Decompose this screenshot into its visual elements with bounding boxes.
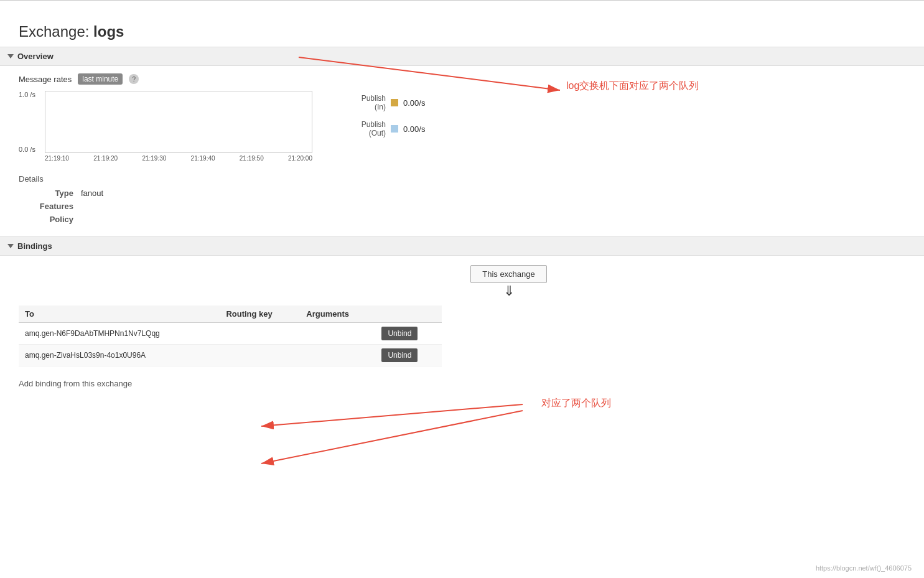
routing-key-cell	[220, 323, 300, 345]
publish-stats: Publish(In) 0.00/s Publish(Out) 0.00/s	[336, 94, 425, 138]
bindings-section-header: Bindings	[0, 236, 924, 256]
down-arrow-symbol: ⇓	[503, 283, 515, 299]
footer-url: https://blogcn.net/wf()_4606075	[816, 564, 912, 572]
page-title: Exchange: logs	[0, 12, 924, 47]
publish-out-value: 0.00/s	[403, 124, 425, 134]
annotation-bottom: 对应了两个队列	[541, 397, 611, 410]
chart-wrapper: 1.0 /s 0.0 /s 21:19:10 21:19:20 21:19:30…	[19, 91, 311, 162]
type-row: Type fanout	[25, 189, 905, 198]
last-minute-badge[interactable]: last minute	[78, 73, 123, 85]
message-rates-row: Message rates last minute ?	[19, 73, 905, 85]
chart-y-labels: 1.0 /s 0.0 /s	[19, 91, 35, 153]
details-table: Type fanout Features Policy	[25, 189, 905, 224]
policy-row: Policy	[25, 215, 905, 224]
col-routing-key: Routing key	[220, 305, 300, 323]
help-icon[interactable]: ?	[129, 74, 139, 84]
binding-to-cell: amq.gen-N6F9DaAbTMHPNn1Nv7LQqg	[19, 323, 220, 345]
chart-x-labels: 21:19:10 21:19:20 21:19:30 21:19:40 21:1…	[45, 155, 312, 162]
unbind-button[interactable]: Unbind	[381, 327, 418, 340]
annotation-top: log交换机下面对应了两个队列	[566, 80, 699, 93]
bindings-section: Bindings This exchange ⇓ To Routing key …	[0, 236, 924, 388]
unbind-button[interactable]: Unbind	[381, 348, 418, 362]
publish-out-color	[391, 125, 398, 133]
table-row: amq.gen-N6F9DaAbTMHPNn1Nv7LQqgUnbind	[19, 323, 442, 345]
col-to: To	[19, 305, 220, 323]
routing-key-cell	[220, 345, 300, 366]
bindings-table-header-row: To Routing key Arguments	[19, 305, 442, 323]
publish-out-row: Publish(Out) 0.00/s	[336, 120, 425, 138]
chart-box	[45, 91, 312, 153]
unbind-cell: Unbind	[375, 345, 442, 366]
arguments-cell	[300, 323, 375, 345]
bindings-table: To Routing key Arguments amq.gen-N6F9DaA…	[19, 305, 442, 366]
details-section: Details Type fanout Features Policy	[19, 174, 905, 224]
bindings-collapse-icon[interactable]	[7, 244, 14, 248]
arguments-cell	[300, 345, 375, 366]
chart-area: 1.0 /s 0.0 /s 21:19:10 21:19:20 21:19:30…	[19, 91, 905, 162]
publish-in-value: 0.00/s	[403, 98, 425, 108]
this-exchange-button[interactable]: This exchange	[470, 265, 547, 283]
col-actions	[375, 305, 442, 323]
publish-in-row: Publish(In) 0.00/s	[336, 94, 425, 111]
svg-line-3	[261, 404, 523, 426]
svg-line-4	[261, 411, 523, 464]
col-arguments: Arguments	[300, 305, 375, 323]
add-binding-link[interactable]: Add binding from this exchange	[19, 379, 905, 388]
publish-in-color	[391, 99, 398, 106]
features-row: Features	[25, 202, 905, 211]
overview-section-header: Overview	[0, 47, 924, 66]
details-heading: Details	[19, 174, 905, 184]
overview-collapse-icon[interactable]	[7, 54, 14, 58]
unbind-cell: Unbind	[375, 323, 442, 345]
exchange-box: This exchange ⇓	[112, 265, 905, 299]
table-row: amq.gen-ZivaHsL03s9n-4o1x0U96AUnbind	[19, 345, 442, 366]
binding-to-cell: amq.gen-ZivaHsL03s9n-4o1x0U96A	[19, 345, 220, 366]
